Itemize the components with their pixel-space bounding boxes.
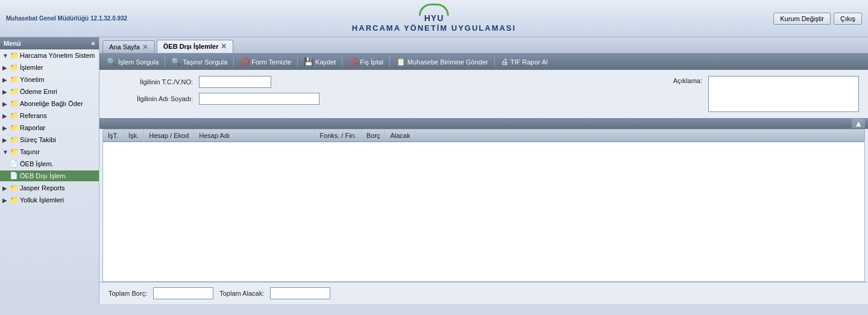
sidebar-item-label: Yolluk İşlemleri [20,196,64,204]
sidebar-item-harcama-yonetim-sistem[interactable]: ▼ 📁 Harcama Yönetim Sistem [0,49,99,61]
expand-icon: ▶ [2,125,8,131]
islem-sorgula-button[interactable]: 🔍 İşlem Sorgula [104,56,161,67]
sidebar-item-oeb-islem[interactable]: 📄 ÖEB İşlem. [0,158,99,170]
separator [494,57,495,67]
clear-icon: 🚫 [240,57,250,66]
expand-icon: ▶ [2,185,8,192]
sidebar-item-odeme-emri[interactable]: ▶ 📁 Ödeme Emri [0,86,99,98]
separator [233,57,234,67]
table-header-row: İşT. İşk. Hesap / Ekod Hesap Adı Fonks. … [103,129,864,142]
sidebar-item-label: Referans [20,112,47,119]
logo-hyu: HYU [424,13,444,23]
toplam-alacak-label: Toplam Alacak: [219,290,264,297]
sidebar-item-label: Yönetim [20,76,44,83]
form-left: İlgilinin T.C./V.NO: İlgilinin Adı Soyad… [108,76,319,112]
expand-icon: ▶ [2,76,8,83]
sidebar-item-label: Jasper Reports [20,184,65,192]
sidebar-item-tasinir[interactable]: ▼ 📁 Taşınır [0,146,99,158]
folder-icon: 📁 [10,136,18,144]
col-empty [415,129,864,142]
folder-icon: 📁 [10,148,18,156]
toplam-alacak-input[interactable] [270,287,330,299]
search-icon: 🔍 [107,57,116,66]
tc-label: İlgilinin T.C./V.NO: [108,78,193,86]
folder-icon: 📁 [10,196,18,204]
divider-bar: ▲ [99,118,868,129]
sidebar-item-referans[interactable]: ▶ 📁 Referans [0,110,99,122]
tab-ana-sayfa[interactable]: Ana Sayfa ✕ [102,40,155,53]
tc-input[interactable] [199,76,271,88]
toolbar: 🔍 İşlem Sorgula 🔍 Taşınır Sorgula 🚫 Form… [99,54,868,70]
sidebar-item-abonelik[interactable]: ▶ 📁 Aboneliğe Bağlı Öder [0,98,99,110]
folder-icon: 📁 [10,111,18,120]
sidebar-item-yonetim[interactable]: ▶ 📁 Yönetim [0,73,99,86]
muhasebe-birimine-gonder-button[interactable]: 📋 Muhasebe Birimine Gönder [394,56,491,67]
sidebar-collapse-button[interactable]: « [91,39,95,48]
sidebar-item-label: ÖEB İşlem. [20,160,54,167]
switch-institution-button[interactable]: Kurum Değiştir [773,13,831,25]
sidebar: Menü « ▼ 📁 Harcama Yönetim Sistem ▶ 📁 İş… [0,37,99,304]
button-label: TIF Rapor Al [511,58,548,66]
folder-icon: 📁 [10,63,18,72]
col-borc: Borç [361,129,385,142]
button-label: Fiş İptal [360,58,383,66]
sidebar-item-yolluk-islemleri[interactable]: ▶ 📁 Yolluk İşlemleri [0,194,99,206]
sidebar-item-jasper-reports[interactable]: ▶ 📁 Jasper Reports [0,182,99,194]
aciklama-section: Açıklama: [673,76,859,112]
sidebar-item-raporlar[interactable]: ▶ 📁 Raporlar [0,122,99,134]
kaydet-button[interactable]: 💾 Kaydet [301,56,338,67]
file-icon: 📄 [10,160,18,168]
sidebar-item-islemler[interactable]: ▶ 📁 İşlemler [0,61,99,73]
button-label: Taşınır Sorgula [183,58,227,66]
tab-close-icon[interactable]: ✕ [142,43,148,51]
expand-icon: ▶ [2,64,8,71]
button-label: İşlem Sorgula [118,58,159,66]
bottom-bar: Toplam Borç: Toplam Alacak: [99,282,868,304]
sidebar-item-oeb-dis-islem[interactable]: 📄 ÖEB Dışı İşlem. [0,170,99,182]
name-label: İlgilinin Adı Soyadı: [108,95,193,102]
top-buttons: Kurum Değiştir Çıkış [773,13,862,25]
tab-close-icon[interactable]: ✕ [221,42,227,51]
separator [389,57,390,67]
button-label: Kaydet [315,58,336,66]
col-hesap-ekod: Hesap / Ekod [144,129,194,142]
col-fonks-fin: Fonks. / Fin. [315,129,362,142]
separator [297,57,298,67]
sidebar-item-label: Harcama Yönetim Sistem [20,52,95,59]
main-content: 🔍 İşlem Sorgula 🔍 Taşınır Sorgula 🚫 Form… [99,54,868,304]
tabs-bar: Ana Sayfa ✕ ÖEB Dışı İşlemler ✕ [99,37,868,54]
sidebar-item-label: Süreç Takibi [20,136,56,143]
expand-icon: ▼ [2,149,8,155]
app-version: Muhasebat Genel Müdürlüğü 12.1.32.0.932 [6,15,127,22]
expand-icon: ▶ [2,89,8,95]
sidebar-header: Menü « [0,37,99,49]
aciklama-input[interactable] [708,76,859,112]
tif-rapor-al-button[interactable]: 🖨 TIF Rapor Al [498,56,550,67]
expand-icon: ▶ [2,137,8,143]
name-input[interactable] [199,93,319,105]
cancel-icon: 🚫 [348,57,358,66]
app-logo: HYU HARCAMA YÖNETİM UYGULAMASI [352,4,516,33]
file-icon: 📄 [10,172,18,180]
tab-label: Ana Sayfa [109,43,140,51]
sidebar-item-label: Raporlar [20,124,45,131]
menu-label: Menü [4,40,21,47]
form-temizle-button[interactable]: 🚫 Form Temizle [237,56,294,67]
send-icon: 📋 [396,57,406,66]
form-area: İlgilinin T.C./V.NO: İlgilinin Adı Soyad… [99,70,868,118]
sidebar-item-label: ÖEB Dışı İşlem. [20,172,67,179]
table-section[interactable]: İşT. İşk. Hesap / Ekod Hesap Adı Fonks. … [102,129,865,282]
expand-icon: ▶ [2,113,8,119]
exit-button[interactable]: Çıkış [834,13,862,25]
folder-icon: 📁 [10,51,18,60]
tasinir-sorgula-button[interactable]: 🔍 Taşınır Sorgula [169,56,230,67]
tab-oeb-dis-islemler[interactable]: ÖEB Dışı İşlemler ✕ [157,40,234,53]
scroll-top-button[interactable]: ▲ [852,119,865,128]
button-label: Form Temizle [251,58,291,66]
sidebar-item-surec-takibi[interactable]: ▶ 📁 Süreç Takibi [0,134,99,146]
separator [165,57,165,67]
main-layout: Menü « ▼ 📁 Harcama Yönetim Sistem ▶ 📁 İş… [0,37,868,304]
toplam-borc-input[interactable] [153,287,213,299]
search-icon: 🔍 [171,57,181,66]
fis-iptal-button[interactable]: 🚫 Fiş İptal [346,56,386,67]
